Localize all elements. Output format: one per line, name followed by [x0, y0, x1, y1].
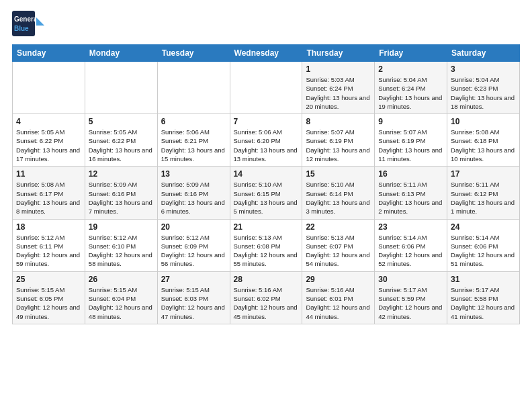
day-number: 1 — [306, 64, 371, 74]
page: General Blue SundayMondayTuesdayWednesda… — [0, 0, 532, 411]
calendar-cell — [157, 62, 230, 114]
week-row-1: 1Sunrise: 5:03 AM Sunset: 6:24 PM Daylig… — [13, 62, 520, 114]
calendar-table: SundayMondayTuesdayWednesdayThursdayFrid… — [12, 44, 520, 324]
weekday-header-wednesday: Wednesday — [230, 45, 302, 62]
day-number: 11 — [16, 169, 81, 179]
day-info: Sunrise: 5:03 AM Sunset: 6:24 PM Dayligh… — [306, 75, 371, 111]
calendar-cell: 29Sunrise: 5:16 AM Sunset: 6:01 PM Dayli… — [302, 271, 375, 324]
day-number: 14 — [234, 169, 299, 179]
week-row-4: 18Sunrise: 5:12 AM Sunset: 6:11 PM Dayli… — [13, 219, 520, 271]
day-info: Sunrise: 5:11 AM Sunset: 6:13 PM Dayligh… — [378, 180, 443, 216]
day-info: Sunrise: 5:11 AM Sunset: 6:12 PM Dayligh… — [451, 180, 516, 216]
day-number: 30 — [378, 275, 443, 284]
day-info: Sunrise: 5:10 AM Sunset: 6:14 PM Dayligh… — [306, 180, 371, 216]
day-number: 28 — [234, 275, 299, 284]
day-number: 13 — [161, 169, 226, 179]
day-number: 17 — [451, 169, 516, 179]
week-row-2: 4Sunrise: 5:05 AM Sunset: 6:22 PM Daylig… — [13, 114, 520, 167]
calendar-cell — [85, 62, 157, 114]
calendar-cell: 20Sunrise: 5:12 AM Sunset: 6:09 PM Dayli… — [157, 219, 230, 271]
calendar-cell: 11Sunrise: 5:08 AM Sunset: 6:17 PM Dayli… — [13, 167, 85, 219]
calendar-cell: 8Sunrise: 5:07 AM Sunset: 6:19 PM Daylig… — [302, 114, 375, 167]
day-number: 18 — [16, 222, 81, 232]
week-row-5: 25Sunrise: 5:15 AM Sunset: 6:05 PM Dayli… — [13, 271, 520, 324]
day-number: 2 — [378, 64, 443, 74]
calendar-cell — [13, 62, 85, 114]
day-info: Sunrise: 5:06 AM Sunset: 6:20 PM Dayligh… — [234, 128, 299, 163]
day-number: 29 — [306, 275, 371, 284]
header: General Blue — [12, 11, 520, 38]
day-info: Sunrise: 5:15 AM Sunset: 6:03 PM Dayligh… — [161, 285, 226, 321]
general-blue-logo-icon: General Blue — [12, 11, 59, 38]
day-info: Sunrise: 5:12 AM Sunset: 6:10 PM Dayligh… — [89, 233, 154, 269]
day-number: 4 — [16, 117, 81, 126]
weekday-header-row: SundayMondayTuesdayWednesdayThursdayFrid… — [13, 45, 520, 62]
day-info: Sunrise: 5:10 AM Sunset: 6:15 PM Dayligh… — [234, 180, 299, 216]
weekday-header-monday: Monday — [85, 45, 157, 62]
day-info: Sunrise: 5:17 AM Sunset: 5:59 PM Dayligh… — [378, 285, 443, 321]
day-info: Sunrise: 5:04 AM Sunset: 6:23 PM Dayligh… — [451, 75, 516, 111]
day-number: 7 — [234, 117, 299, 126]
day-info: Sunrise: 5:06 AM Sunset: 6:21 PM Dayligh… — [161, 128, 226, 163]
calendar-cell: 13Sunrise: 5:09 AM Sunset: 6:16 PM Dayli… — [157, 167, 230, 219]
day-info: Sunrise: 5:15 AM Sunset: 6:04 PM Dayligh… — [89, 285, 154, 321]
calendar-body: 1Sunrise: 5:03 AM Sunset: 6:24 PM Daylig… — [13, 62, 520, 324]
day-number: 19 — [89, 222, 154, 232]
day-info: Sunrise: 5:09 AM Sunset: 6:16 PM Dayligh… — [89, 180, 154, 216]
calendar-cell: 27Sunrise: 5:15 AM Sunset: 6:03 PM Dayli… — [157, 271, 230, 324]
logo: General Blue — [12, 11, 59, 38]
day-info: Sunrise: 5:16 AM Sunset: 6:02 PM Dayligh… — [234, 285, 299, 321]
day-number: 21 — [234, 222, 299, 232]
calendar-header: SundayMondayTuesdayWednesdayThursdayFrid… — [13, 45, 520, 62]
weekday-header-thursday: Thursday — [302, 45, 375, 62]
calendar-cell: 22Sunrise: 5:13 AM Sunset: 6:07 PM Dayli… — [302, 219, 375, 271]
weekday-header-saturday: Saturday — [447, 45, 520, 62]
day-number: 9 — [378, 117, 443, 126]
weekday-header-tuesday: Tuesday — [157, 45, 230, 62]
day-info: Sunrise: 5:13 AM Sunset: 6:07 PM Dayligh… — [306, 233, 371, 269]
calendar-cell: 12Sunrise: 5:09 AM Sunset: 6:16 PM Dayli… — [85, 167, 157, 219]
day-info: Sunrise: 5:17 AM Sunset: 5:58 PM Dayligh… — [451, 285, 516, 321]
day-info: Sunrise: 5:12 AM Sunset: 6:09 PM Dayligh… — [161, 233, 226, 269]
calendar-cell: 2Sunrise: 5:04 AM Sunset: 6:24 PM Daylig… — [375, 62, 447, 114]
day-number: 26 — [89, 275, 154, 284]
day-info: Sunrise: 5:05 AM Sunset: 6:22 PM Dayligh… — [16, 128, 81, 163]
day-number: 24 — [451, 222, 516, 232]
day-number: 27 — [161, 275, 226, 284]
weekday-header-sunday: Sunday — [13, 45, 85, 62]
day-number: 8 — [306, 117, 371, 126]
day-info: Sunrise: 5:13 AM Sunset: 6:08 PM Dayligh… — [234, 233, 299, 269]
day-number: 23 — [378, 222, 443, 232]
day-info: Sunrise: 5:14 AM Sunset: 6:06 PM Dayligh… — [378, 233, 443, 269]
day-info: Sunrise: 5:15 AM Sunset: 6:05 PM Dayligh… — [16, 285, 81, 321]
calendar-cell: 9Sunrise: 5:07 AM Sunset: 6:19 PM Daylig… — [375, 114, 447, 167]
day-number: 15 — [306, 169, 371, 179]
calendar-cell: 15Sunrise: 5:10 AM Sunset: 6:14 PM Dayli… — [302, 167, 375, 219]
svg-text:General: General — [14, 15, 39, 23]
day-info: Sunrise: 5:14 AM Sunset: 6:06 PM Dayligh… — [451, 233, 516, 269]
day-info: Sunrise: 5:05 AM Sunset: 6:22 PM Dayligh… — [89, 128, 154, 163]
day-info: Sunrise: 5:04 AM Sunset: 6:24 PM Dayligh… — [378, 75, 443, 111]
calendar-cell: 7Sunrise: 5:06 AM Sunset: 6:20 PM Daylig… — [230, 114, 302, 167]
calendar-cell: 4Sunrise: 5:05 AM Sunset: 6:22 PM Daylig… — [13, 114, 85, 167]
day-number: 6 — [161, 117, 226, 126]
svg-marker-3 — [36, 17, 44, 26]
day-info: Sunrise: 5:12 AM Sunset: 6:11 PM Dayligh… — [16, 233, 81, 269]
day-info: Sunrise: 5:08 AM Sunset: 6:18 PM Dayligh… — [451, 128, 516, 163]
day-number: 3 — [451, 64, 516, 74]
calendar-cell: 10Sunrise: 5:08 AM Sunset: 6:18 PM Dayli… — [447, 114, 520, 167]
svg-text:Blue: Blue — [14, 25, 29, 32]
calendar-cell: 14Sunrise: 5:10 AM Sunset: 6:15 PM Dayli… — [230, 167, 302, 219]
calendar-cell — [230, 62, 302, 114]
calendar-cell: 23Sunrise: 5:14 AM Sunset: 6:06 PM Dayli… — [375, 219, 447, 271]
day-number: 31 — [451, 275, 516, 284]
day-number: 25 — [16, 275, 81, 284]
day-info: Sunrise: 5:08 AM Sunset: 6:17 PM Dayligh… — [16, 180, 81, 216]
calendar-cell: 28Sunrise: 5:16 AM Sunset: 6:02 PM Dayli… — [230, 271, 302, 324]
day-info: Sunrise: 5:07 AM Sunset: 6:19 PM Dayligh… — [378, 128, 443, 163]
week-row-3: 11Sunrise: 5:08 AM Sunset: 6:17 PM Dayli… — [13, 167, 520, 219]
calendar-cell: 16Sunrise: 5:11 AM Sunset: 6:13 PM Dayli… — [375, 167, 447, 219]
calendar-cell: 6Sunrise: 5:06 AM Sunset: 6:21 PM Daylig… — [157, 114, 230, 167]
calendar-cell: 18Sunrise: 5:12 AM Sunset: 6:11 PM Dayli… — [13, 219, 85, 271]
day-number: 22 — [306, 222, 371, 232]
